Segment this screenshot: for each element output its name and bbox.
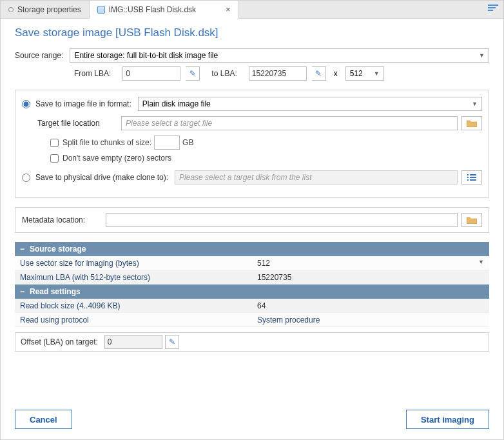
footer: Cancel Start imaging <box>15 399 489 429</box>
split-file-row: Split file to chunks of size: GB <box>50 135 482 150</box>
chunk-unit: GB <box>182 138 193 147</box>
tab-storage-properties[interactable]: Storage properties <box>1 1 90 18</box>
chevron-down-icon: ▼ <box>479 52 485 59</box>
save-to-physical-radio[interactable] <box>22 174 30 182</box>
metadata-input[interactable] <box>106 213 458 227</box>
target-file-input[interactable]: Please select a target file <box>121 116 458 130</box>
metadata-panel: Metadata location: <box>15 207 489 233</box>
save-to-image-radio[interactable] <box>22 100 30 108</box>
source-range-value: Entire storage: full bit-to-bit disk ima… <box>74 51 218 60</box>
menu-icon[interactable] <box>488 5 498 14</box>
setting-label: Read block size (4..4096 KB) <box>15 301 252 310</box>
edit-from-lba[interactable]: ✎ <box>186 66 200 81</box>
sector-size-value: 512 <box>350 69 363 78</box>
svg-rect-0 <box>467 174 469 175</box>
metadata-label: Metadata location: <box>22 215 99 225</box>
block-size-row[interactable]: Read block size (4..4096 KB) 64 <box>15 299 489 313</box>
physical-drive-placeholder: Please select a target disk from the lis… <box>179 173 311 182</box>
target-file-label: Target file location <box>37 119 115 128</box>
setting-value: System procedure <box>252 315 489 325</box>
section-title: Read settings <box>30 287 81 296</box>
tab-bar: Storage properties IMG::USB Flash Disk.d… <box>1 1 503 19</box>
bullet-icon <box>8 7 14 12</box>
tab-label: IMG::USB Flash Disk.dsk <box>109 5 196 14</box>
source-range-label: Source range: <box>15 51 63 60</box>
physical-drive-select: Please select a target disk from the lis… <box>175 170 458 185</box>
edit-offset[interactable]: ✎ <box>165 335 179 349</box>
browse-metadata-button[interactable] <box>461 213 482 227</box>
offset-label: Offset (LBA) on target: <box>21 337 98 346</box>
lba-row: From LBA: ✎ to LBA: ✎ x 512 ▼ <box>74 66 489 81</box>
chevron-down-icon: ▼ <box>478 259 484 265</box>
setting-value: 512▼ <box>252 259 489 268</box>
save-to-physical-row: Save to physical drive (make clone to): … <box>22 170 482 185</box>
save-destination-panel: Save to image file in format: Plain disk… <box>15 90 489 198</box>
offset-row: Offset (LBA) on target: ✎ <box>15 332 489 352</box>
offset-input <box>104 335 162 349</box>
read-settings-header[interactable]: − Read settings <box>15 285 489 299</box>
browse-target-button[interactable] <box>461 116 482 130</box>
list-drives-button[interactable] <box>461 170 482 185</box>
cancel-button[interactable]: Cancel <box>15 410 72 429</box>
app-window: Storage properties IMG::USB Flash Disk.d… <box>0 0 504 440</box>
chevron-down-icon: ▼ <box>472 101 478 107</box>
split-file-label: Split file to chunks of size: <box>63 138 151 147</box>
setting-label: Use sector size for imaging (bytes) <box>15 259 252 268</box>
zero-sectors-label: Don't save empty (zero) sectors <box>63 154 171 163</box>
source-range-select[interactable]: Entire storage: full bit-to-bit disk ima… <box>70 48 489 63</box>
from-lba-input[interactable] <box>122 66 180 81</box>
image-format-value: Plain disk image file <box>142 99 211 108</box>
setting-label: Maximum LBA (with 512-byte sectors) <box>15 273 252 282</box>
content-area: Save storage image [USB Flash Disk.dsk] … <box>1 19 503 439</box>
svg-rect-5 <box>470 179 476 181</box>
chevron-down-icon: ▼ <box>374 70 380 77</box>
close-icon[interactable]: × <box>226 5 231 14</box>
multiply-label: x <box>334 69 338 78</box>
zero-sectors-row: Don't save empty (zero) sectors <box>50 154 482 163</box>
protocol-row[interactable]: Read using protocol System procedure <box>15 313 489 327</box>
setting-value: 64 <box>252 301 489 310</box>
metadata-row: Metadata location: <box>22 213 482 227</box>
settings-grid: − Source storage Use sector size for ima… <box>15 242 489 327</box>
max-lba-row: Maximum LBA (with 512-byte sectors) 1522… <box>15 270 489 285</box>
split-file-checkbox[interactable] <box>50 139 59 147</box>
target-file-row: Target file location Please select a tar… <box>37 116 482 130</box>
chunk-size-input <box>154 135 180 150</box>
list-icon <box>467 174 476 181</box>
save-to-physical-label: Save to physical drive (make clone to): <box>35 173 168 182</box>
setting-value: 15220735 <box>252 273 489 282</box>
folder-icon <box>467 216 477 224</box>
zero-sectors-checkbox[interactable] <box>50 154 59 163</box>
save-to-image-label: Save to image file in format: <box>35 99 131 108</box>
image-format-select[interactable]: Plain disk image file ▼ <box>138 97 482 111</box>
collapse-icon: − <box>20 245 24 254</box>
start-imaging-button[interactable]: Start imaging <box>406 410 489 429</box>
setting-label: Read using protocol <box>15 315 252 325</box>
svg-rect-1 <box>470 174 476 175</box>
page-title: Save storage image [USB Flash Disk.dsk] <box>15 26 489 39</box>
source-storage-header[interactable]: − Source storage <box>15 242 489 256</box>
collapse-icon: − <box>20 287 24 296</box>
tab-active-image[interactable]: IMG::USB Flash Disk.dsk × <box>90 1 239 19</box>
sector-size-select[interactable]: 512 ▼ <box>345 66 384 81</box>
svg-rect-2 <box>467 177 469 178</box>
edit-to-lba[interactable]: ✎ <box>312 66 326 81</box>
disk-icon <box>97 6 105 14</box>
target-file-placeholder: Please select a target file <box>126 119 212 128</box>
to-lba-label: to LBA: <box>211 69 237 78</box>
svg-rect-3 <box>470 177 476 178</box>
from-lba-label: From LBA: <box>74 69 111 78</box>
tab-label: Storage properties <box>17 5 81 14</box>
sector-size-row[interactable]: Use sector size for imaging (bytes) 512▼ <box>15 256 489 270</box>
save-to-image-row: Save to image file in format: Plain disk… <box>22 97 482 111</box>
source-range-row: Source range: Entire storage: full bit-t… <box>15 48 489 63</box>
to-lba-input[interactable] <box>249 66 307 81</box>
svg-rect-4 <box>467 179 469 181</box>
folder-icon <box>467 119 477 127</box>
section-title: Source storage <box>30 245 86 254</box>
